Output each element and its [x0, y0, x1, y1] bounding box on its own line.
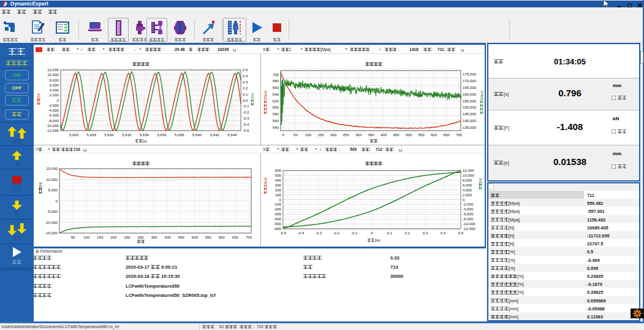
svg-text:300: 300 [275, 183, 282, 187]
svg-text:140,000: 140,000 [463, 118, 477, 123]
svg-text:5,642: 5,642 [210, 132, 219, 137]
svg-text:-10,000: -10,000 [463, 221, 475, 226]
svg-text:50: 50 [294, 132, 298, 137]
svg-text:700: 700 [456, 132, 463, 137]
svg-text:600: 600 [273, 105, 279, 109]
svg-text:-0.5: -0.5 [243, 128, 249, 132]
svg-text:6,000: 6,000 [50, 83, 59, 87]
svg-text:-200: -200 [274, 207, 282, 211]
svg-text:-6,000: -6,000 [48, 113, 59, 117]
svg-text:-0.3: -0.3 [243, 116, 249, 120]
svg-text:400: 400 [275, 178, 282, 182]
svg-text:500: 500 [406, 132, 412, 137]
svg-text:580: 580 [273, 112, 279, 116]
svg-text:560: 560 [273, 118, 279, 123]
svg-text:-0.5: -0.5 [280, 231, 287, 235]
svg-text:12,000: 12,000 [463, 168, 474, 172]
svg-text:100: 100 [275, 193, 282, 197]
svg-text:5,638: 5,638 [175, 132, 184, 137]
svg-text:-0.2: -0.2 [243, 110, 249, 114]
svg-text:170,000: 170,000 [463, 79, 477, 83]
svg-text:540: 540 [273, 125, 279, 129]
svg-text:5,626: 5,626 [69, 132, 79, 137]
svg-text:165,000: 165,000 [463, 85, 477, 90]
svg-text:640: 640 [273, 92, 279, 96]
svg-text:5,640: 5,640 [192, 132, 202, 137]
svg-text:300: 300 [355, 132, 362, 137]
svg-text:5,632: 5,632 [122, 132, 132, 137]
svg-text:250: 250 [343, 132, 349, 137]
svg-text:5,628: 5,628 [87, 132, 97, 137]
svg-text:-2,000: -2,000 [463, 202, 474, 206]
svg-text:100: 100 [305, 132, 312, 137]
svg-text:-6,000: -6,000 [463, 212, 474, 216]
svg-text:-15,000: -15,000 [45, 231, 58, 235]
svg-text:150,000: 150,000 [463, 105, 477, 109]
svg-text:0: 0 [279, 198, 282, 202]
svg-text:0: 0 [57, 98, 59, 102]
svg-text:-10,000: -10,000 [46, 123, 59, 128]
svg-text:200: 200 [330, 132, 337, 137]
svg-text:4,000: 4,000 [463, 188, 472, 192]
svg-text:100: 100 [83, 235, 90, 239]
svg-text:0.3: 0.3 [243, 80, 248, 84]
svg-text:550: 550 [205, 235, 212, 239]
svg-text:-8,000: -8,000 [463, 217, 474, 221]
svg-text:0.2: 0.2 [405, 231, 411, 235]
svg-text:-4,000: -4,000 [463, 207, 474, 211]
svg-text:350: 350 [368, 132, 374, 137]
svg-text:700: 700 [246, 235, 252, 239]
svg-text:50: 50 [71, 235, 75, 239]
svg-text:135,000: 135,000 [463, 125, 477, 129]
svg-text:620: 620 [273, 99, 279, 103]
svg-text:400: 400 [165, 235, 172, 239]
svg-text:-0.1: -0.1 [243, 104, 249, 108]
svg-text:-10,000: -10,000 [45, 220, 58, 224]
svg-text:650: 650 [443, 132, 450, 137]
svg-text:2,000: 2,000 [463, 193, 472, 197]
svg-text:500: 500 [275, 173, 282, 177]
svg-text:-0.1: -0.1 [351, 231, 358, 235]
svg-text:0: 0 [282, 132, 284, 137]
svg-text:0.5: 0.5 [458, 231, 464, 235]
svg-text:175,000: 175,000 [463, 72, 477, 76]
svg-text:-2,000: -2,000 [48, 103, 59, 107]
svg-text:12,000: 12,000 [47, 67, 59, 72]
svg-text:5,630: 5,630 [104, 132, 114, 137]
svg-text:0.0: 0.0 [243, 98, 248, 102]
svg-text:10,000: 10,000 [463, 173, 474, 177]
svg-text:0: 0 [56, 199, 58, 203]
svg-text:450: 450 [393, 132, 400, 137]
svg-text:150: 150 [97, 235, 104, 239]
svg-text:600: 600 [219, 235, 225, 239]
svg-text:-0.3: -0.3 [316, 231, 322, 235]
svg-text:145,000: 145,000 [463, 112, 477, 116]
svg-text:5,634: 5,634 [140, 132, 150, 137]
svg-text:5,644: 5,644 [227, 132, 237, 137]
svg-text:200: 200 [110, 235, 117, 239]
svg-text:450: 450 [178, 235, 185, 239]
svg-text:-4,000: -4,000 [48, 108, 59, 112]
svg-text:400: 400 [381, 132, 387, 137]
svg-text:-12,000: -12,000 [463, 226, 475, 231]
svg-text:-500: -500 [274, 221, 282, 226]
svg-text:-600: -600 [274, 226, 282, 231]
svg-text:600: 600 [431, 132, 438, 137]
svg-text:0.4: 0.4 [243, 74, 248, 78]
svg-text:-12,000: -12,000 [46, 128, 59, 132]
svg-text:2,000: 2,000 [50, 93, 59, 97]
svg-text:5,636: 5,636 [157, 132, 167, 137]
svg-text:680: 680 [273, 79, 279, 83]
svg-text:300: 300 [137, 235, 144, 239]
svg-text:250: 250 [124, 235, 131, 239]
svg-text:15,000: 15,000 [46, 166, 58, 171]
svg-text:350: 350 [151, 235, 157, 239]
svg-text:4,000: 4,000 [50, 88, 59, 92]
svg-text:8,000: 8,000 [463, 178, 472, 182]
svg-text:10,000: 10,000 [47, 72, 59, 77]
svg-text:0: 0 [463, 198, 465, 202]
svg-text:150: 150 [317, 132, 324, 137]
svg-text:6,000: 6,000 [463, 183, 472, 187]
svg-text:155,000: 155,000 [463, 99, 477, 103]
svg-text:0: 0 [371, 231, 373, 235]
